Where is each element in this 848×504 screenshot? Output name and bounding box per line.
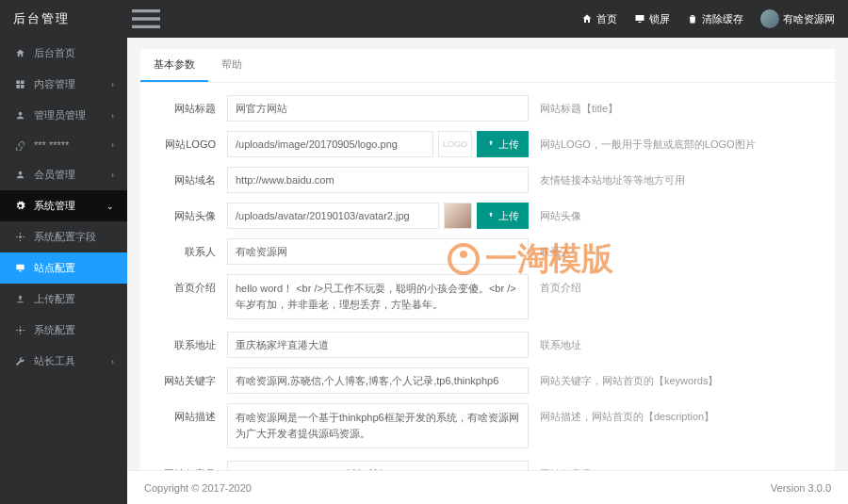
chevron-right-icon: › [111,171,114,180]
nav-lock-link[interactable]: 锁屏 [634,12,670,26]
form-card: 基本参数 帮助 网站标题网站标题【title】 网站LOGOLOGO上传网站LO… [140,49,835,470]
monitor-icon [13,263,26,273]
logo-preview: LOGO [438,131,472,157]
input-avatar[interactable] [227,203,439,229]
label-address: 联系地址 [157,332,216,352]
version: Version 3.0.0 [771,482,831,494]
nav-clear-cache-link[interactable]: 清除缓存 [687,12,743,26]
hint-keywords: 网站关键字，网站首页的【keywords】 [540,367,818,388]
avatar-preview [444,203,472,229]
input-logo[interactable] [227,131,433,157]
chevron-right-icon: › [111,357,114,366]
sidebar-item-config-field[interactable]: 系统配置字段 [0,221,127,252]
sidebar-item-system[interactable]: 系统管理⌄ [0,190,127,221]
sidebar-item-upload-config[interactable]: 上传配置 [0,284,127,315]
hint-contact: 联系人 [540,238,818,259]
chevron-right-icon: › [111,111,114,121]
label-logo: 网站LOGO [157,131,216,152]
sidebar-item-link[interactable]: *** *****› [0,131,127,159]
sidebar-item-content[interactable]: 内容管理› [0,69,127,100]
upload-icon [13,294,26,304]
label-beian: 网站备案号 [157,461,216,470]
config-form: 网站标题网站标题【title】 网站LOGOLOGO上传网站LOGO，一般用于导… [140,83,835,470]
sidebar-item-dashboard[interactable]: 后台首页 [0,38,127,69]
user-icon [13,170,26,180]
link-icon [13,140,26,151]
sidebar: 后台首页 内容管理› 管理员管理› *** *****› 会员管理› 系统管理⌄… [0,38,127,504]
input-keywords[interactable] [227,367,529,394]
sidebar-item-tools[interactable]: 站长工具› [0,346,127,377]
gear-icon [13,201,26,211]
upload-logo-button[interactable]: 上传 [477,131,529,157]
chevron-right-icon: › [111,140,114,150]
sidebar-item-member[interactable]: 会员管理› [0,159,127,190]
nav-home-link[interactable]: 首页 [581,12,617,26]
cloud-upload-icon [486,139,496,149]
input-contact[interactable] [227,238,529,265]
label-avatar: 网站头像 [157,203,216,223]
menu-icon [127,0,165,38]
grid-icon [13,79,26,89]
label-title: 网站标题 [157,95,216,116]
svg-point-1 [19,329,22,332]
textarea-intro[interactable]: hello word！ <br />只工作不玩耍，聪明的小孩会变傻。<br />… [227,274,529,319]
brand: 后台管理 [0,10,127,27]
hint-logo: 网站LOGO，一般用于导航或底部的LOGO图片 [540,131,818,152]
gear-icon [13,232,26,242]
textarea-desc[interactable]: 有啥资源网是一个基于thinkphp6框架开发的系统，有啥资源网为广大开发者提供… [227,403,529,448]
tab-help[interactable]: 帮助 [208,49,255,82]
hint-domain: 友情链接本站地址等等地方可用 [540,167,818,187]
label-domain: 网站域名 [157,167,216,187]
top-header: 后台管理 首页 锁屏 清除缓存 有啥资源网 [0,0,848,38]
sidebar-item-sys-config[interactable]: 系统配置 [0,315,127,346]
main-content: 基本参数 帮助 网站标题网站标题【title】 网站LOGOLOGO上传网站LO… [127,38,848,504]
trash-icon [687,13,698,24]
input-address[interactable] [227,332,529,358]
menu-toggle-button[interactable] [127,0,165,38]
input-beian[interactable] [227,461,529,470]
cloud-upload-icon [486,211,496,220]
hint-address: 联系地址 [540,332,818,352]
hint-beian: 网站备案号 [540,461,818,470]
tab-basic[interactable]: 基本参数 [140,49,208,82]
users-icon [13,110,26,121]
input-title[interactable] [227,95,529,122]
wrench-icon [13,356,26,366]
chevron-down-icon: ⌄ [106,202,114,211]
sidebar-item-admin[interactable]: 管理员管理› [0,100,127,131]
header-right: 首页 锁屏 清除缓存 有啥资源网 [581,9,848,28]
home-icon [581,13,593,24]
chevron-right-icon: › [111,80,114,89]
upload-avatar-button[interactable]: 上传 [477,203,529,229]
label-contact: 联系人 [157,238,216,259]
label-desc: 网站描述 [157,403,216,424]
hint-title: 网站标题【title】 [540,95,818,116]
monitor-icon [634,13,645,24]
home-icon [13,48,26,58]
input-domain[interactable] [227,167,529,193]
svg-point-0 [19,236,22,238]
tabs: 基本参数 帮助 [140,49,835,83]
label-intro: 首页介绍 [157,274,216,295]
avatar [760,9,779,28]
sidebar-item-site-config[interactable]: 站点配置 [0,252,127,284]
copyright: Copyright © 2017-2020 [144,482,252,494]
nav-user-link[interactable]: 有啥资源网 [760,9,835,28]
footer: Copyright © 2017-2020 Version 3.0.0 [127,470,848,504]
label-keywords: 网站关键字 [157,367,216,388]
gear-icon [13,325,26,335]
hint-intro: 首页介绍 [540,274,818,295]
hint-desc: 网站描述，网站首页的【description】 [540,403,818,424]
hint-avatar: 网站头像 [540,203,818,223]
